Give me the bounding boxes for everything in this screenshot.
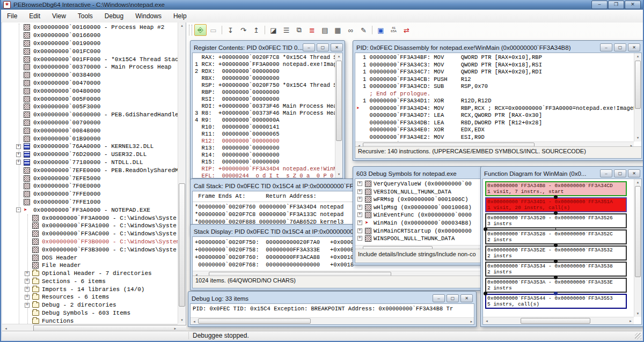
tree-item[interactable]: 0x00000000`00190000 (2, 40, 178, 48)
register-row[interactable]: R13: 00000000`00000000 (195, 145, 342, 152)
disassembly-row[interactable]: 1 00000000`FF3A34CD: SUB RSP,0x70 (355, 83, 641, 91)
expand-icon[interactable]: + (25, 303, 30, 308)
menu-debug[interactable]: Debug (99, 11, 129, 21)
minimize-button[interactable]: – (600, 43, 612, 51)
symbol-item[interactable]: +WinEventFunc (0x00000000`0000 (355, 211, 482, 219)
tree-item[interactable]: 0x00000000`00470000 (2, 79, 178, 87)
disassembly-row[interactable]: 1 00000000`FF3A34CB: PUSH R12 (355, 76, 641, 84)
tree-item[interactable]: DOS Header (2, 254, 178, 262)
symbol-item[interactable]: +WinMainCRTStartup (0x00000000 (355, 227, 482, 235)
register-row[interactable]: RBP: 00000000`00000000 (195, 89, 342, 96)
register-row[interactable]: R12: 00000000`00000000 (195, 138, 342, 145)
memory-grid-icon[interactable]: ▦ (332, 24, 344, 36)
register-row[interactable]: RAX: +00000000`0020F7C8 *0x15C4 Thread S… (195, 54, 342, 61)
tree-item[interactable]: Debug Symbols - 603 Items (2, 309, 178, 317)
breakpoints-icon[interactable]: ≣ (306, 24, 318, 36)
tree-item[interactable]: +Optional Header - 7 directories (2, 270, 178, 278)
ascii-view-icon[interactable]: 41 65A (387, 24, 400, 36)
tree-item[interactable]: +0x00000000`76AA0000 - KERNEL32.DLL (2, 143, 178, 151)
tree-item[interactable]: 0x00000000`FF3A1000 - C:\Windows\Syste (2, 222, 178, 230)
expand-icon[interactable]: + (357, 189, 362, 194)
disassembly-row[interactable]: 1 00000000`FF3A34C3: MOV QWORD PTR [RAX+… (355, 62, 641, 69)
diagram-horizontal-scrollbar[interactable]: ◄ ► (483, 317, 634, 324)
expand-icon[interactable]: + (25, 287, 30, 292)
tree-item[interactable]: 0x00000000`00160000 - Process Heap #2 (2, 24, 178, 32)
basic-block[interactable]: 0x00000000`FF3A352E - 0x00000000`FF3A353… (485, 246, 627, 261)
resize-grip[interactable] (635, 333, 641, 339)
minimize-button[interactable]: – (600, 169, 612, 177)
tree-item[interactable]: +Debug - 2 directories (2, 301, 178, 309)
disassembly-row[interactable]: ➤ 00000000`FF3A34D4: MOV RBP,RCX ; RCX=0… (355, 105, 641, 113)
expand-icon[interactable]: + (25, 295, 30, 300)
menu-windows[interactable]: Windows (129, 11, 167, 21)
tree-item[interactable]: 0x00000000`00600000 - PEB.GdiSharedHandl… (2, 111, 178, 119)
register-row[interactable]: R15: 00000000`00000000 (195, 159, 342, 166)
expand-icon[interactable]: + (25, 271, 30, 276)
register-row[interactable]: R14: 00000000`00000000 (195, 152, 342, 159)
symbol-item[interactable]: +VerQueryValueW (0x00000000`00 (355, 180, 482, 188)
minimize-button[interactable]: – (433, 294, 445, 302)
disassembly-row[interactable]: ; End of prologue. (355, 91, 641, 98)
tree-item[interactable]: 0x00000000`00480000 (2, 87, 178, 95)
basic-block[interactable]: 0x00000000`FF3A34B8 - 0x00000000`FF3A34C… (485, 181, 627, 196)
basic-block[interactable]: 0x00000000`FF3A3534 - 0x00000000`FF3A353… (485, 262, 627, 277)
disassembly-row[interactable]: 00000000`FF3A34E0: XOR EDX,EDX (355, 127, 641, 134)
register-row[interactable]: RDI: +00000000`00373F46 Main Process Hea… (195, 103, 342, 110)
basic-block[interactable]: 0x00000000`FF3A3528 - 0x00000000`FF3A352… (485, 229, 627, 244)
register-row[interactable]: RBX: 00000000`00000000 (195, 75, 342, 82)
tree-item[interactable]: 0x00000000`FF3AC000 - C:\Windows\Syste (2, 230, 178, 238)
tree-item[interactable]: 0x00000000`00848000 (2, 127, 178, 135)
disassembly-row[interactable]: 1 00000000`FF3A34D1: XOR R12D,R12D (355, 98, 641, 105)
close-button[interactable]: ✕ (625, 1, 641, 9)
tree-item[interactable]: 0x00000000`FF3B3000 - C:\Windows\Syste (2, 246, 178, 254)
tree-item[interactable]: 0x00000000`005F3000 (2, 103, 178, 111)
disassembly-vertical-scrollbar[interactable]: ▲ ▼ (634, 53, 641, 142)
close-icon[interactable]: ✕ (460, 294, 473, 302)
expand-icon[interactable]: + (357, 197, 362, 202)
menu-edit[interactable]: Edit (23, 11, 46, 21)
step-out-icon[interactable]: ↥ (250, 24, 262, 36)
expand-icon[interactable]: + (16, 144, 21, 149)
register-window-titlebar[interactable]: Register Contents: PID 0x0FEC TID 0... –… (192, 42, 343, 53)
tree-item[interactable]: +0x00000000`76D20000 - USER32.DLL (2, 151, 178, 159)
maximize-button[interactable]: ▢ (614, 169, 626, 177)
disassembly-row[interactable]: 00000000`FF3A34E2: MOV ESI,R9D (355, 134, 641, 142)
tree-item[interactable]: 0x00000000`001FF000 - *0x15C4 Thread Sta… (2, 55, 178, 63)
tree-vertical-scrollbar[interactable]: ▲ ▼ (178, 23, 186, 324)
menu-tools[interactable]: Tools (72, 11, 99, 21)
symbol-item[interactable]: +➤WinMain (0x00000000`000034B8) (355, 219, 482, 227)
register-row[interactable]: R11: 00000000`00000065 (195, 131, 342, 138)
expand-icon[interactable]: + (357, 205, 362, 210)
diagram-vertical-scrollbar[interactable]: ▲ ▼ (634, 179, 641, 317)
disassembly-window-titlebar[interactable]: PID: 0x0FEC Disassembly for notepad.exe!… (355, 42, 642, 53)
tree-item[interactable]: 0x00000000`7F0E0000 (2, 182, 178, 190)
register-row[interactable]: R10: 00000000`00000141 (195, 124, 342, 131)
memory-view-icon[interactable]: ▣ (375, 24, 387, 36)
minimize-button[interactable]: – (303, 43, 315, 51)
debug-log-horizontal-scrollbar[interactable]: ◄ ► (191, 317, 474, 324)
symbol-item[interactable]: +wFRMsg (0x00000000`0001006C) (355, 196, 482, 204)
collapse-icon[interactable]: - (16, 207, 21, 212)
maximize-button[interactable]: ▢ (614, 43, 626, 51)
tree-item[interactable]: 0x00000000`7FFE0000 (2, 190, 178, 198)
disassembly-row[interactable]: 1 00000000`FF3A34C7: MOV QWORD PTR [RAX+… (355, 69, 641, 76)
basic-block[interactable]: 0x00000000`FF3A34D1 - 0x00000000`FF3A351… (485, 197, 627, 212)
tree-item[interactable]: 0x00000000`7FFE1000 (2, 198, 178, 206)
symbol-item[interactable]: +WINSPOOL_NULL_THUNK_DATA (355, 235, 482, 243)
edit-notes-icon[interactable]: ✎ (357, 24, 370, 36)
debug-log-window-titlebar[interactable]: Debug Log: 33 items – ▢ ✕ (190, 293, 474, 303)
register-list-icon[interactable]: ☰ (280, 24, 292, 36)
maximize-button[interactable]: ▢ (447, 294, 459, 302)
tree-item[interactable]: 0x00000000`7EFE0000 - PEB.ReadOnlyShared… (2, 166, 178, 174)
tree-item[interactable]: 0x00000000`001FC000 (2, 47, 178, 55)
tree-item[interactable]: File Header (2, 262, 178, 270)
tree-item[interactable]: +Resources - 6 items (2, 293, 178, 301)
register-row[interactable]: 2 RDX: 00000000`00000000 (195, 68, 342, 75)
tree-item[interactable]: 0x00000000`FF3A0000 - C:\Windows\Syste (2, 214, 178, 222)
tree-item[interactable]: 0x00000000`00384000 (2, 71, 178, 79)
step-over-icon[interactable]: ↷ (237, 24, 250, 36)
tree-item[interactable]: 0x00000000`00166000 (2, 32, 178, 40)
register-row[interactable]: RSP: +00000000`0020F750 *0x15C4 Thread S… (195, 82, 342, 89)
expand-icon[interactable]: + (357, 212, 362, 217)
tree-item[interactable]: Functions (2, 317, 178, 324)
